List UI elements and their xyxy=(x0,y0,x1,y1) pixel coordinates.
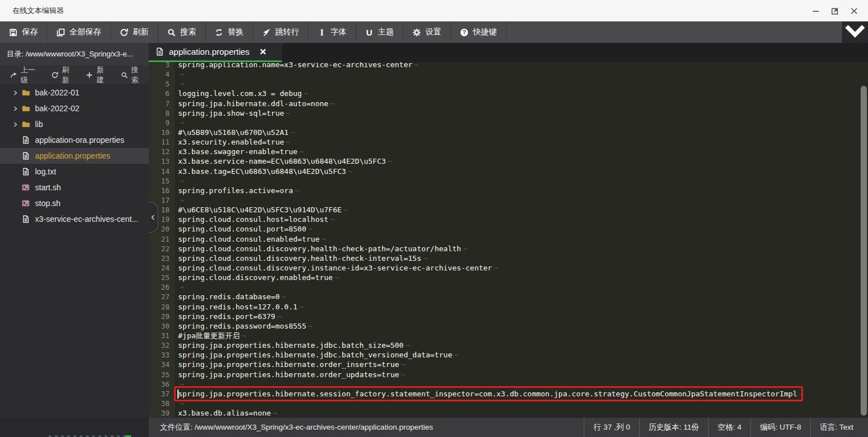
chevron-down-icon xyxy=(842,18,868,46)
line-number: 8 xyxy=(149,108,175,118)
code-line[interactable]: 18#\u6CE8\u518C\u4E2D\u5FC3\u914D\u7F6E xyxy=(149,205,868,215)
tree-item-stop-sh[interactable]: stop.sh xyxy=(0,195,149,211)
code-text xyxy=(175,195,184,205)
toolbar-button-label: 跳转行 xyxy=(275,27,299,37)
code-line[interactable]: 16spring.profiles.active=ora xyxy=(149,186,868,195)
sidebar-action-new[interactable]: 新建 xyxy=(81,65,114,85)
code-line[interactable]: 9 xyxy=(149,118,868,128)
code-line[interactable]: 33spring.jpa.properties.hibernate.jdbc.b… xyxy=(149,350,868,360)
code-text: #\u5B89\u5168\u670D\u52A1 xyxy=(175,128,295,137)
code-line[interactable]: 23spring.cloud.consul.discovery.health-c… xyxy=(149,254,868,263)
code-line[interactable]: 38 xyxy=(149,399,868,408)
code-line[interactable]: 26 xyxy=(149,282,868,292)
code-line[interactable]: 12x3.base.swagger-enable=true xyxy=(149,147,868,156)
code-line[interactable]: 27spring.redis.database=0 xyxy=(149,292,868,301)
sidebar-action-refresh[interactable]: 刷新 xyxy=(47,65,79,85)
sidebar-action-search[interactable]: 搜索 xyxy=(116,65,149,85)
code-line[interactable]: 14x3.base.tag=EC\u6863\u6848\u4E2D\u5FC3 xyxy=(149,167,868,176)
code-line[interactable]: 19spring.cloud.consul.host=localhost xyxy=(149,215,868,224)
toolbar-button-font[interactable]: I字体 xyxy=(309,21,356,43)
code-line[interactable]: 28spring.redis.host=127.0.0.1 xyxy=(149,302,868,312)
toolbar-buttons: 保存全部保存刷新搜索替换跳转行I字体U主题设置?快捷键 xyxy=(0,21,506,43)
code-line[interactable]: 22spring.cloud.consul.discovery.health-c… xyxy=(149,244,868,254)
toolbar-button-save-all[interactable]: 全部保存 xyxy=(47,21,111,43)
line-number: 9 xyxy=(149,118,175,128)
main-area: application.properties 3spring.applicati… xyxy=(149,43,868,437)
toolbar-button-theme[interactable]: U主题 xyxy=(356,21,403,43)
code-text: spring.profiles.active=ora xyxy=(175,186,299,195)
code-line[interactable]: 17 xyxy=(149,195,868,205)
tree-item-lib[interactable]: lib xyxy=(0,116,149,132)
code-line[interactable]: 34spring.jpa.properties.hibernate.order_… xyxy=(149,360,868,369)
code-line[interactable]: 37spring.jpa.properties.hibernate.sessio… xyxy=(149,389,868,399)
code-line[interactable]: 20spring.cloud.consul.port=8500 xyxy=(149,224,868,234)
code-line[interactable]: 29spring.redis.port=6379 xyxy=(149,312,868,321)
line-number: 35 xyxy=(149,370,175,379)
tree-item-label: x3-service-ec-archives-cent... xyxy=(35,215,138,224)
code-line[interactable]: 35spring.jpa.properties.hibernate.order_… xyxy=(149,370,868,379)
toolbar-button-label: 刷新 xyxy=(133,27,149,37)
tab-application-properties[interactable]: application.properties xyxy=(149,43,282,60)
tree-item-log-txt[interactable]: log.txt xyxy=(0,164,149,180)
tree-item-start-sh[interactable]: start.sh xyxy=(0,180,149,195)
toolbar-button-label: 保存 xyxy=(22,27,38,37)
code-text: spring.redis.password=mos8555 xyxy=(175,321,313,331)
sidebar-collapse-button[interactable] xyxy=(149,202,158,233)
chevron-right-icon[interactable] xyxy=(9,121,21,128)
code-line[interactable]: 10#\u5B89\u5168\u670D\u52A1 xyxy=(149,128,868,137)
tree-item-bak-2022-01[interactable]: bak-2022-01 xyxy=(0,85,149,100)
toolbar-more-button[interactable] xyxy=(842,21,868,43)
toolbar-button-hotkeys[interactable]: ?快捷键 xyxy=(451,21,506,43)
code-line[interactable]: 39x3.base.db.alias=none xyxy=(149,408,868,418)
tree-item-x3-service-ec-archives-cent[interactable]: x3-service-ec-archives-cent... xyxy=(0,211,149,227)
code-line[interactable]: 21spring.cloud.consul.enabled=true xyxy=(149,234,868,244)
toolbar-button-label: 全部保存 xyxy=(70,27,101,37)
doc-icon xyxy=(21,168,30,176)
code-line[interactable]: 25spring.cloud.discovery.enabled=true xyxy=(149,273,868,282)
tree-item-label: bak-2022-02 xyxy=(35,104,80,113)
code-line[interactable]: 31#jpa批量更新开启 xyxy=(149,331,868,340)
tree-item-application-properties[interactable]: application.properties xyxy=(0,148,149,164)
chevron-right-icon[interactable] xyxy=(9,106,21,112)
toolbar-button-save[interactable]: 保存 xyxy=(0,21,47,43)
code-text: x3.base.tag=EC\u6863\u6848\u4E2D\u5FC3 xyxy=(175,167,352,176)
code-line[interactable]: 32spring.jpa.properties.hibernate.jdbc.b… xyxy=(149,340,868,350)
code-line[interactable]: 6logging.level.com.x3 = debug xyxy=(149,89,868,98)
sidebar-action-up-level[interactable]: 上一级 xyxy=(6,65,45,85)
chevron-right-icon[interactable] xyxy=(9,90,21,96)
tree-item-label: bak-2022-01 xyxy=(35,88,80,97)
code-line[interactable]: 30spring.redis.password=mos8555 xyxy=(149,321,868,331)
vertical-scrollbar[interactable] xyxy=(861,86,867,416)
code-editor[interactable]: 3spring.application.name=x3-service-ec-a… xyxy=(149,62,868,418)
toolbar-button-replace[interactable]: 替换 xyxy=(206,21,253,43)
sidebar-actions: 上一级刷新新建搜索 xyxy=(0,65,149,85)
code-text: spring.jpa.properties.hibernate.jdbc.bat… xyxy=(175,340,410,350)
maximize-button[interactable] xyxy=(825,0,844,21)
code-text xyxy=(175,69,184,79)
toolbar-button-settings[interactable]: 设置 xyxy=(403,21,451,43)
code-line[interactable]: 11x3.security.enabled=true xyxy=(149,137,868,147)
code-line[interactable]: 15 xyxy=(149,176,868,186)
code-line[interactable]: 3spring.application.name=x3-service-ec-a… xyxy=(149,62,868,69)
sidebar-action-label: 新建 xyxy=(97,65,110,85)
toolbar-button-search[interactable]: 搜索 xyxy=(158,21,206,43)
sidebar-action-label: 刷新 xyxy=(62,65,75,85)
toolbar-button-refresh[interactable]: 刷新 xyxy=(111,21,158,43)
code-line[interactable]: 13x3.base.service-name=EC\u6863\u6848\u4… xyxy=(149,156,868,166)
line-number: 38 xyxy=(149,399,175,408)
tree-item-bak-2022-02[interactable]: bak-2022-02 xyxy=(0,100,149,116)
folder-icon xyxy=(21,89,30,97)
code-line[interactable]: 24spring.cloud.consul.discovery.instance… xyxy=(149,263,868,273)
toolbar-button-goto-line[interactable]: 跳转行 xyxy=(253,21,309,43)
code-line[interactable]: 5 xyxy=(149,79,868,89)
status-bar: 文件位置: /www/wwwroot/X3_Spring/x3-ec-archi… xyxy=(149,418,868,437)
code-line[interactable]: 36 xyxy=(149,379,868,389)
tree-item-application-ora-properties[interactable]: application-ora.properties xyxy=(0,132,149,148)
toolbar-button-label: 快捷键 xyxy=(473,27,497,37)
minimize-button[interactable] xyxy=(806,0,825,21)
code-line[interactable]: 4 xyxy=(149,69,868,79)
code-line[interactable]: 7spring.jpa.hibernate.ddl-auto=none xyxy=(149,99,868,108)
line-number: 25 xyxy=(149,273,175,282)
code-line[interactable]: 8spring.jpa.show-sql=true xyxy=(149,108,868,118)
close-tab-icon[interactable] xyxy=(259,48,267,55)
